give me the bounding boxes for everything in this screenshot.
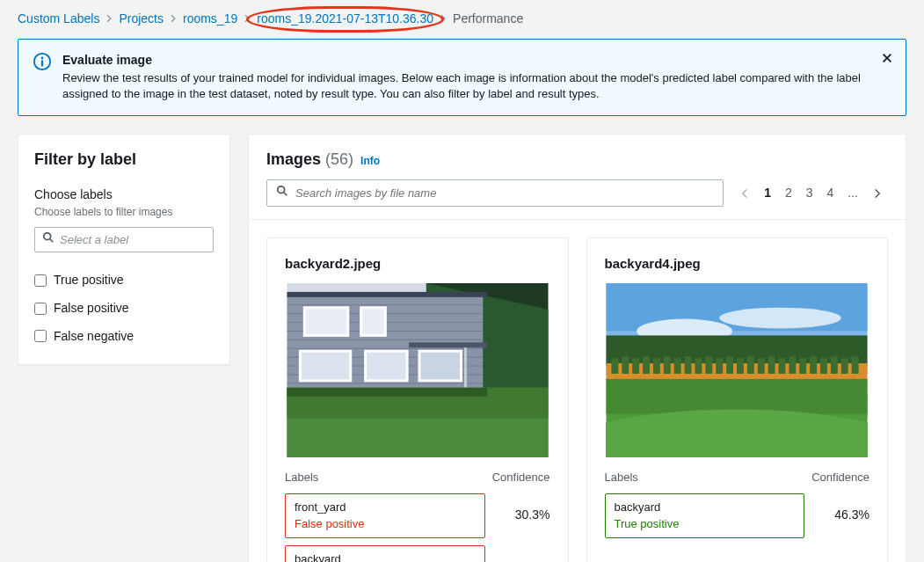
svg-point-5 bbox=[278, 186, 285, 193]
images-count: (56) bbox=[325, 150, 353, 168]
labels-column-header: Labels bbox=[605, 470, 638, 485]
filter-true-positive[interactable]: True positive bbox=[34, 266, 214, 295]
svg-rect-59 bbox=[820, 358, 827, 374]
image-card: backyard2.jpeg bbox=[266, 237, 569, 562]
svg-rect-54 bbox=[768, 357, 775, 375]
choose-labels-desc: Choose labels to filter images bbox=[34, 205, 214, 220]
chevron-left-icon bbox=[739, 188, 750, 199]
label-row: backyard True positive 46.3% bbox=[605, 493, 870, 538]
svg-rect-48 bbox=[706, 357, 713, 375]
image-filename: backyard4.jpeg bbox=[605, 254, 870, 273]
svg-rect-55 bbox=[779, 358, 786, 374]
info-banner: Evaluate image Review the test results o… bbox=[18, 39, 906, 116]
image-search-input[interactable] bbox=[266, 179, 724, 208]
filter-option-label: True positive bbox=[54, 272, 124, 289]
svg-rect-32 bbox=[287, 388, 487, 397]
filter-false-negative[interactable]: False negative bbox=[34, 323, 214, 351]
svg-rect-28 bbox=[409, 343, 487, 348]
label-result: False positive bbox=[295, 516, 476, 532]
label-chip[interactable]: backyard False negative bbox=[285, 545, 485, 562]
breadcrumb-current: Performance bbox=[453, 11, 523, 28]
label-select-placeholder: Select a label bbox=[60, 232, 128, 248]
svg-rect-53 bbox=[758, 358, 765, 374]
filter-option-label: False positive bbox=[54, 300, 129, 317]
svg-rect-46 bbox=[685, 357, 692, 375]
search-icon bbox=[276, 185, 288, 202]
svg-line-6 bbox=[284, 193, 287, 196]
image-filename: backyard2.jpeg bbox=[285, 254, 550, 273]
label-name: backyard bbox=[615, 500, 796, 515]
page-4[interactable]: 4 bbox=[822, 181, 840, 206]
label-row: front_yard False positive 30.3% bbox=[285, 493, 550, 538]
label-confidence: 46.3% bbox=[817, 507, 869, 524]
search-field[interactable] bbox=[295, 186, 714, 200]
images-info-link[interactable]: Info bbox=[360, 154, 380, 169]
page-1[interactable]: 1 bbox=[759, 181, 776, 206]
svg-rect-25 bbox=[300, 352, 350, 382]
images-title: Images (56) bbox=[266, 149, 353, 171]
breadcrumb-custom-labels[interactable]: Custom Labels bbox=[18, 11, 99, 28]
label-chip[interactable]: front_yard False positive bbox=[285, 493, 485, 538]
label-result: True positive bbox=[615, 516, 796, 532]
svg-rect-43 bbox=[653, 358, 660, 374]
breadcrumb: Custom Labels Projects rooms_19 rooms_19… bbox=[0, 0, 924, 39]
svg-rect-49 bbox=[716, 358, 723, 374]
filter-false-positive[interactable]: False positive bbox=[34, 295, 214, 323]
close-icon bbox=[881, 52, 893, 67]
banner-body: Review the test results of your trained … bbox=[62, 70, 891, 102]
page-next-button[interactable] bbox=[867, 185, 888, 202]
chevron-right-icon bbox=[169, 11, 178, 28]
svg-rect-62 bbox=[852, 357, 859, 375]
page-ellipsis: ... bbox=[842, 181, 863, 206]
svg-rect-52 bbox=[747, 357, 754, 375]
checkbox-false-negative[interactable] bbox=[34, 330, 47, 342]
svg-line-4 bbox=[50, 239, 54, 243]
svg-point-3 bbox=[44, 233, 51, 240]
search-icon bbox=[42, 231, 55, 248]
image-card: backyard4.jpeg bbox=[586, 237, 889, 562]
svg-rect-45 bbox=[674, 358, 681, 374]
breadcrumb-model-version[interactable]: rooms_19.2021-07-13T10.36.30 bbox=[257, 11, 433, 26]
breadcrumb-projects[interactable]: Projects bbox=[119, 11, 164, 28]
breadcrumb-rooms19[interactable]: rooms_19 bbox=[183, 11, 237, 28]
svg-rect-50 bbox=[726, 357, 733, 375]
svg-rect-27 bbox=[419, 352, 462, 382]
svg-rect-41 bbox=[632, 358, 639, 374]
svg-rect-23 bbox=[304, 308, 348, 336]
svg-rect-42 bbox=[643, 357, 650, 375]
chevron-right-icon bbox=[105, 11, 113, 28]
image-thumbnail[interactable] bbox=[606, 283, 868, 457]
svg-rect-39 bbox=[612, 358, 619, 374]
svg-rect-24 bbox=[360, 308, 385, 336]
page-2[interactable]: 2 bbox=[780, 181, 797, 206]
image-thumbnail[interactable] bbox=[287, 283, 549, 457]
page-3[interactable]: 3 bbox=[801, 181, 819, 206]
close-banner-button[interactable] bbox=[877, 48, 897, 71]
confidence-column-header: Confidence bbox=[811, 470, 869, 485]
svg-point-36 bbox=[719, 308, 841, 329]
svg-rect-65 bbox=[607, 379, 868, 414]
label-select[interactable]: Select a label bbox=[34, 227, 214, 252]
svg-point-1 bbox=[41, 56, 44, 59]
info-icon bbox=[33, 52, 52, 103]
svg-rect-56 bbox=[789, 357, 797, 375]
filter-sidebar: Filter by label Choose labels Choose lab… bbox=[18, 134, 230, 366]
chevron-right-icon bbox=[243, 11, 251, 28]
checkbox-false-positive[interactable] bbox=[34, 303, 47, 315]
svg-rect-22 bbox=[287, 292, 487, 297]
svg-rect-47 bbox=[695, 358, 702, 374]
label-row: backyard False negative 21.6% bbox=[285, 545, 550, 562]
chevron-right-icon bbox=[872, 188, 883, 199]
checkbox-true-positive[interactable] bbox=[34, 274, 47, 287]
confidence-column-header: Confidence bbox=[492, 470, 550, 485]
svg-rect-44 bbox=[664, 357, 671, 375]
pagination: 1 2 3 4 ... bbox=[734, 181, 888, 206]
svg-rect-61 bbox=[841, 358, 848, 374]
label-name: backyard bbox=[295, 551, 476, 562]
svg-rect-60 bbox=[831, 357, 838, 375]
banner-title: Evaluate image bbox=[62, 52, 891, 69]
svg-rect-57 bbox=[800, 358, 807, 374]
svg-rect-51 bbox=[737, 358, 744, 374]
label-chip[interactable]: backyard True positive bbox=[605, 493, 805, 538]
page-prev-button[interactable] bbox=[734, 185, 755, 202]
